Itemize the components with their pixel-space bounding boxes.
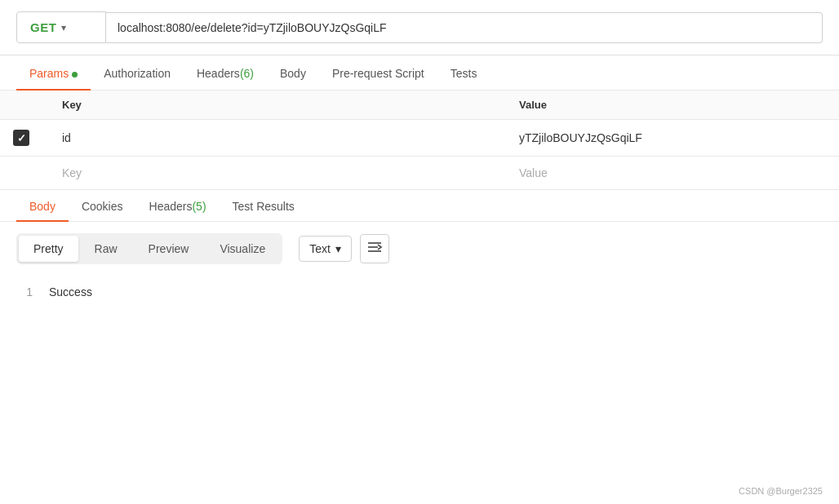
table-row-empty: Key Value <box>0 157 839 190</box>
params-table: Key Value id yTZjiloBOUYJzQsGqiLF Key Va… <box>0 91 839 190</box>
empty-checkbox-cell <box>0 157 49 190</box>
line-number: 1 <box>16 285 33 298</box>
format-tab-pretty[interactable]: Pretty <box>19 236 78 262</box>
table-row: id yTZjiloBOUYJzQsGqiLF <box>0 120 839 157</box>
method-selector[interactable]: GET ▾ <box>16 11 106 43</box>
resp-tab-body[interactable]: Body <box>16 190 69 221</box>
response-line: 1 Success <box>16 285 823 298</box>
col-header-checkbox <box>0 91 49 120</box>
empty-value[interactable]: Value <box>506 157 839 190</box>
resp-headers-badge: (5) <box>192 200 206 213</box>
method-label: GET <box>30 20 56 34</box>
tab-pre-request[interactable]: Pre-request Script <box>319 55 437 90</box>
empty-key[interactable]: Key <box>49 157 506 190</box>
response-body: 1 Success <box>0 276 839 308</box>
col-header-key: Key <box>49 91 506 120</box>
tab-headers[interactable]: Headers(6) <box>184 55 267 90</box>
param-key[interactable]: id <box>49 120 506 157</box>
headers-badge: (6) <box>240 67 254 80</box>
body-format-row: Pretty Raw Preview Visualize Text ▾ <box>0 222 839 276</box>
params-dot <box>72 72 78 77</box>
tab-tests[interactable]: Tests <box>437 55 491 90</box>
response-tabs: Body Cookies Headers(5) Test Results <box>16 190 823 221</box>
text-type-label: Text <box>309 242 331 255</box>
resp-tab-headers[interactable]: Headers(5) <box>136 190 220 221</box>
value-placeholder: Value <box>519 166 548 179</box>
url-input[interactable] <box>106 12 823 43</box>
format-tab-preview[interactable]: Preview <box>134 236 204 262</box>
request-tabs: Params Authorization Headers(6) Body Pre… <box>0 55 839 91</box>
tab-params[interactable]: Params <box>16 55 91 90</box>
format-tabs: Pretty Raw Preview Visualize <box>16 233 282 264</box>
wrap-icon <box>366 239 383 259</box>
response-section: Body Cookies Headers(5) Test Results <box>0 190 839 222</box>
footer: CSDN @Burger2325 <box>739 486 823 496</box>
key-placeholder: Key <box>62 166 82 179</box>
text-type-selector[interactable]: Text ▾ <box>299 236 352 262</box>
footer-text: CSDN @Burger2325 <box>739 486 823 496</box>
param-checkbox[interactable] <box>13 130 29 146</box>
tab-body[interactable]: Body <box>267 55 319 90</box>
line-content: Success <box>49 285 92 298</box>
format-tab-raw[interactable]: Raw <box>80 236 132 262</box>
resp-tab-test-results[interactable]: Test Results <box>220 190 308 221</box>
format-tab-visualize[interactable]: Visualize <box>205 236 280 262</box>
text-type-chevron: ▾ <box>335 242 341 255</box>
row-checkbox-cell[interactable] <box>0 120 49 157</box>
tab-authorization[interactable]: Authorization <box>91 55 184 90</box>
col-header-value: Value <box>506 91 839 120</box>
chevron-down-icon: ▾ <box>61 22 66 33</box>
wrap-icon-button[interactable] <box>360 234 389 263</box>
param-value[interactable]: yTZjiloBOUYJzQsGqiLF <box>506 120 839 157</box>
resp-tab-cookies[interactable]: Cookies <box>69 190 136 221</box>
url-bar: GET ▾ <box>0 0 839 55</box>
